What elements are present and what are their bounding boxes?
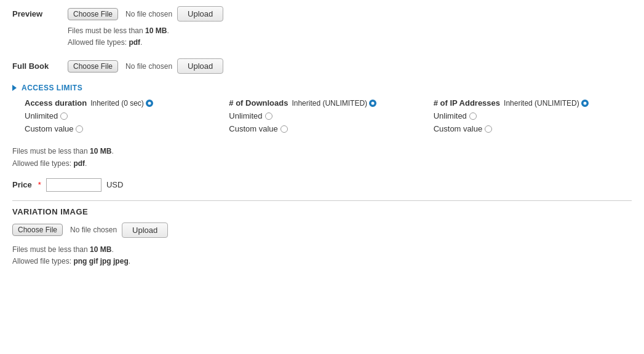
price-input[interactable] <box>46 178 101 192</box>
preview-label: Preview <box>12 9 68 18</box>
variation-upload-button[interactable]: Upload <box>122 222 168 238</box>
ip-addresses-unlimited-row: Unlimited <box>434 111 626 120</box>
preview-upload-button[interactable]: Upload <box>177 6 223 22</box>
preview-no-file-text: No file chosen <box>125 10 172 18</box>
downloads-unlimited-row: Unlimited <box>229 111 421 120</box>
downloads-unlimited-radio[interactable] <box>265 112 272 120</box>
downloads-inherited-radio[interactable] <box>369 100 376 107</box>
ip-addresses-col: # of IP Addresses Inherited (UNLIMITED) … <box>427 98 632 137</box>
variation-no-file-text: No file chosen <box>70 226 117 234</box>
ip-addresses-custom-radio[interactable] <box>485 125 492 133</box>
price-label: Price <box>12 180 32 189</box>
files-info: Files must be less than 10 MB. Allowed f… <box>12 146 632 169</box>
access-duration-col: Access duration Inherited (0 sec) Unlimi… <box>18 98 223 137</box>
access-duration-inherited: Inherited (0 sec) <box>90 99 153 108</box>
access-duration-custom-row: Custom value <box>25 124 217 133</box>
currency-label: USD <box>106 180 123 189</box>
price-row: Price * USD <box>12 178 632 192</box>
fullbook-file-input: Choose File No file chosen Upload <box>68 58 223 74</box>
access-limits-section: ACCESS LIMITS Access duration Inherited … <box>12 84 632 137</box>
preview-file-info: Files must be less than 10 MB. Allowed f… <box>68 25 632 49</box>
variation-file-input: Choose File No file chosen Upload <box>12 222 632 238</box>
preview-file-input: Choose File No file chosen Upload <box>68 6 223 22</box>
variation-file-info: Files must be less than 10 MB. Allowed f… <box>12 244 632 267</box>
fullbook-upload-button[interactable]: Upload <box>177 58 223 74</box>
downloads-header: # of Downloads Inherited (UNLIMITED) <box>229 98 421 108</box>
downloads-col: # of Downloads Inherited (UNLIMITED) Unl… <box>223 98 427 137</box>
access-grid: Access duration Inherited (0 sec) Unlimi… <box>18 98 632 137</box>
access-duration-header: Access duration Inherited (0 sec) <box>25 98 217 108</box>
access-limits-toggle[interactable]: ACCESS LIMITS <box>12 84 632 92</box>
access-duration-custom-radio[interactable] <box>76 125 83 133</box>
ip-addresses-inherited: Inherited (UNLIMITED) <box>504 99 589 108</box>
ip-addresses-header: # of IP Addresses Inherited (UNLIMITED) <box>434 98 626 108</box>
fullbook-no-file-text: No file chosen <box>125 62 172 71</box>
ip-addresses-custom-row: Custom value <box>434 124 626 133</box>
access-duration-inherited-radio[interactable] <box>146 100 153 107</box>
fullbook-label: Full Book <box>12 61 68 71</box>
preview-choose-button[interactable]: Choose File <box>68 8 118 20</box>
access-duration-unlimited-radio[interactable] <box>60 112 68 120</box>
price-required-star: * <box>38 180 41 189</box>
ip-addresses-inherited-radio[interactable] <box>581 100 589 107</box>
downloads-custom-radio[interactable] <box>280 125 288 133</box>
fullbook-choose-button[interactable]: Choose File <box>68 60 118 73</box>
variation-choose-button[interactable]: Choose File <box>12 224 63 236</box>
downloads-custom-row: Custom value <box>229 124 421 133</box>
preview-section: Preview Choose File No file chosen Uploa… <box>12 6 632 49</box>
triangle-icon <box>12 85 17 91</box>
ip-addresses-unlimited-radio[interactable] <box>469 112 477 120</box>
downloads-inherited: Inherited (UNLIMITED) <box>292 99 376 108</box>
access-duration-unlimited-row: Unlimited <box>25 111 217 120</box>
variation-image-section: VARIATION IMAGE Choose File No file chos… <box>12 200 632 267</box>
fullbook-section: Full Book Choose File No file chosen Upl… <box>12 58 632 74</box>
variation-image-title: VARIATION IMAGE <box>12 207 632 216</box>
access-limits-label: ACCESS LIMITS <box>22 84 82 92</box>
